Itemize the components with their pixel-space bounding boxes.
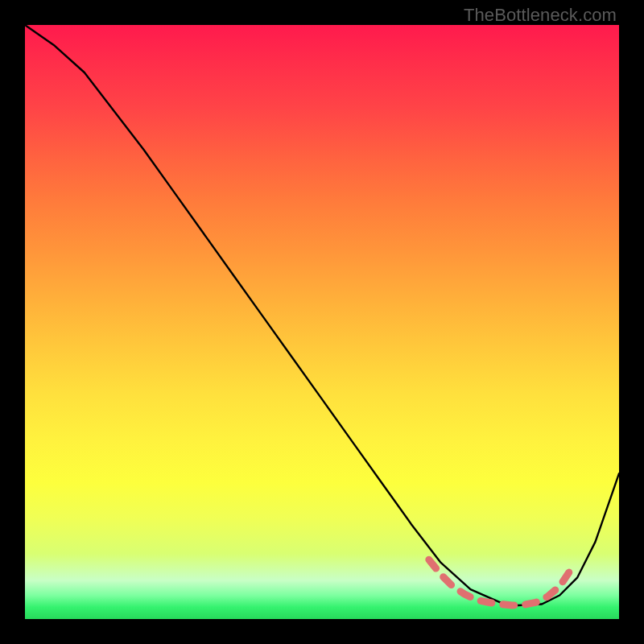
bottleneck-curve xyxy=(25,25,619,605)
plot-area xyxy=(25,25,619,619)
curve-layer xyxy=(25,25,619,619)
optimal-band-dash xyxy=(429,559,572,605)
chart-canvas: TheBottleneck.com xyxy=(0,0,644,644)
watermark-text: TheBottleneck.com xyxy=(464,5,617,26)
